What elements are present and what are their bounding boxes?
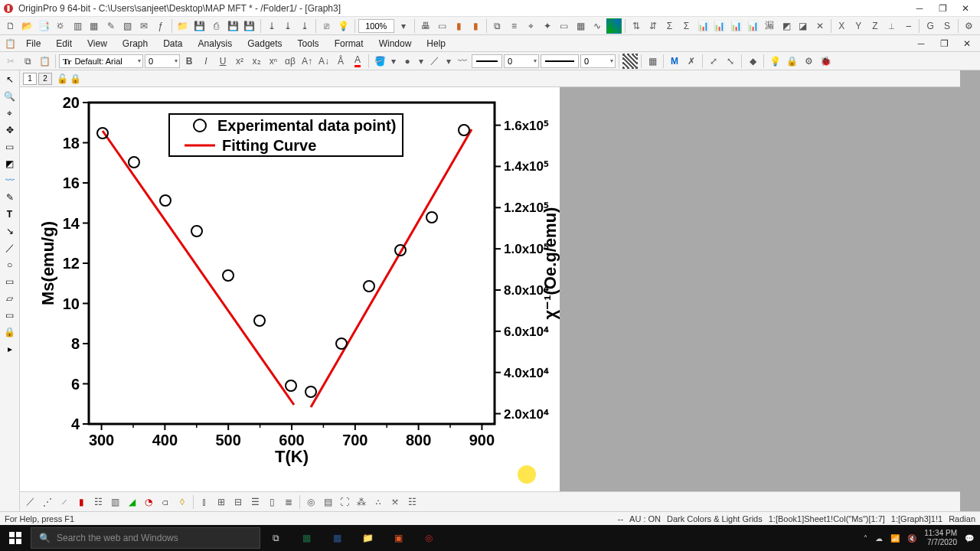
save-icon[interactable]: 💾 [192, 18, 207, 34]
open-template-icon[interactable]: 📑 [37, 18, 52, 34]
data-reader-icon[interactable]: ⌖ [2, 106, 18, 121]
add-color-icon[interactable] [606, 18, 622, 34]
compile-icon[interactable]: ⚙ [801, 54, 816, 69]
refresh-icon[interactable]: ≡ [507, 18, 522, 34]
zoom-dropdown-icon[interactable]: ▾ [396, 18, 411, 34]
col-plot-icon[interactable]: ▮ [74, 494, 89, 510]
move-data-icon[interactable]: ✥ [2, 122, 18, 138]
offset-icon[interactable]: ⇵ [645, 18, 661, 34]
idea-icon[interactable]: 💡 [767, 54, 782, 69]
debug-icon[interactable]: 🐞 [818, 54, 833, 69]
import-multi-icon[interactable]: ⤓ [280, 18, 296, 34]
scatter-plot-icon[interactable]: ⋰ [40, 494, 55, 510]
font-auto-icon[interactable]: Å [333, 54, 348, 69]
tray-onedrive-icon[interactable]: ☁ [875, 534, 883, 543]
new-project-icon[interactable]: 🗋 [3, 18, 18, 34]
stack-icon[interactable]: S [939, 18, 955, 34]
add-axis-icon[interactable]: ∿ [590, 18, 606, 34]
import-ascii-icon[interactable]: ⤓ [264, 18, 279, 34]
import-wizard-icon[interactable]: ⤓ [297, 18, 312, 34]
project-explorer-icon[interactable]: 📋 [2, 35, 18, 51]
axes-lock2-icon[interactable]: 🔒 [70, 73, 81, 84]
group-icon[interactable]: G [923, 18, 938, 34]
menu-analysis[interactable]: Analysis [191, 35, 240, 51]
pointer-icon[interactable]: ↖ [2, 72, 18, 87]
menu-file[interactable]: File [18, 35, 48, 51]
code-builder-icon[interactable]: ⚙ [962, 18, 977, 34]
expand-tool-icon[interactable]: ▸ [2, 341, 18, 357]
open-icon[interactable]: 📂 [20, 18, 35, 34]
polygon-tool-icon[interactable]: ▱ [2, 291, 18, 306]
new-matrix-icon[interactable]: ▦ [87, 18, 102, 34]
bold-icon[interactable]: B [181, 54, 197, 69]
stats-col-icon[interactable]: Σ [662, 18, 678, 34]
recalculate-icon[interactable]: 💡 [336, 18, 351, 34]
menu-view[interactable]: View [80, 35, 115, 51]
add-table-icon[interactable]: ▦ [573, 18, 589, 34]
fill-color-icon[interactable]: 🪣 [372, 54, 387, 69]
font-decrease-icon[interactable]: A↓ [316, 54, 332, 69]
3d-contour-icon[interactable]: ⛶ [337, 494, 352, 510]
explorer-taskbar-icon[interactable]: 📁 [352, 525, 383, 551]
zoom-level[interactable]: 100% [358, 19, 394, 33]
line-scatter-icon[interactable]: ⟋ [57, 494, 72, 510]
hatch-icon[interactable] [622, 54, 638, 69]
mdi-close-icon[interactable]: ✕ [956, 35, 978, 52]
arrow-tool-icon[interactable]: ↘ [2, 223, 18, 239]
draw-free-icon[interactable]: ✎ [2, 190, 18, 205]
task-view-icon[interactable]: ⧉ [260, 525, 291, 551]
rescale-icon[interactable]: ⌖ [523, 18, 538, 34]
subscript-icon[interactable]: x₂ [249, 54, 264, 69]
new-notes-icon[interactable]: ✉ [136, 18, 152, 34]
italic-icon[interactable]: I [198, 54, 214, 69]
hstack-icon[interactable]: ▯ [264, 494, 279, 510]
M-icon[interactable]: M [667, 54, 682, 69]
contour-icon[interactable]: ◎ [303, 494, 318, 510]
stats2-icon[interactable]: 📊 [712, 18, 727, 34]
template-icon[interactable]: ☷ [404, 494, 420, 510]
3d-bars-icon[interactable]: ⛬ [371, 494, 386, 510]
menu-edit[interactable]: Edit [48, 35, 80, 51]
remove-icon[interactable]: ✕ [812, 18, 828, 34]
layer-tab-1[interactable]: 1 [23, 73, 37, 85]
stack-plot-icon[interactable]: ⤡ [723, 54, 738, 69]
taskbar-search[interactable]: 🔍 Search the web and Windows [31, 527, 260, 549]
print-preview-icon[interactable]: ▭ [435, 18, 450, 34]
double-y-icon[interactable]: ⫿ [197, 494, 212, 510]
grouped-col-icon[interactable]: ☷ [90, 494, 106, 510]
mask-tool-icon[interactable]: ◩ [2, 156, 18, 171]
new-layout-icon[interactable]: ▧ [119, 18, 135, 34]
tray-chevron-icon[interactable]: ˄ [864, 534, 867, 543]
4panel-icon[interactable]: ⊞ [214, 494, 229, 510]
open-excel-icon[interactable]: ⛭ [53, 18, 68, 34]
open-file-icon[interactable]: 📁 [175, 18, 191, 34]
duplicate-icon[interactable]: ⧉ [490, 18, 505, 34]
menu-graph[interactable]: Graph [115, 35, 155, 51]
region2-icon[interactable]: ▭ [2, 308, 18, 323]
line-width-1[interactable]: 0▾ [504, 54, 539, 68]
err-col-icon[interactable]: ⟂ [884, 18, 900, 34]
superscript-icon[interactable]: x² [232, 54, 247, 69]
draw-line-icon[interactable]: 〰 [2, 173, 18, 188]
excel-taskbar-icon[interactable]: ▦ [291, 525, 322, 551]
new-graph-icon[interactable]: ✎ [103, 18, 119, 34]
region-icon[interactable]: ▭ [2, 139, 18, 155]
filter-icon[interactable]: 漏 [762, 18, 777, 34]
menu-gadgets[interactable]: Gadgets [240, 35, 289, 51]
line-color-icon[interactable]: ／ [427, 54, 443, 69]
line-style-icon[interactable]: 〰 [455, 54, 470, 69]
sort-asc-icon[interactable]: ⇅ [629, 18, 644, 34]
y-col-icon[interactable]: Y [851, 18, 866, 34]
tray-network-icon[interactable]: 📶 [890, 534, 900, 543]
line-width-2[interactable]: 0▾ [580, 54, 616, 68]
menu-data[interactable]: Data [155, 35, 190, 51]
supsub-icon[interactable]: xⁿ [266, 54, 281, 69]
menu-help[interactable]: Help [419, 35, 453, 51]
circle-tool-icon[interactable]: ○ [2, 257, 18, 272]
z-col-icon[interactable]: Z [867, 18, 883, 34]
add-report-icon[interactable]: ✦ [540, 18, 555, 34]
vector-icon[interactable]: ⤧ [387, 494, 403, 510]
action-center-icon[interactable]: 💬 [965, 534, 974, 543]
pie-plot-icon[interactable]: ◔ [141, 494, 156, 510]
save-as-icon[interactable]: ⎙ [208, 18, 224, 34]
